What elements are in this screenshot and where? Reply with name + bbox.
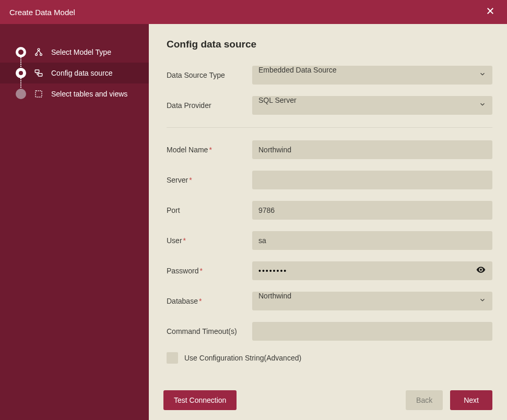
svg-rect-7 [35, 70, 39, 73]
titlebar: Create Data Model [0, 0, 507, 24]
step-bullet [16, 89, 26, 99]
select-data-provider[interactable]: SQL Server [252, 96, 492, 115]
footer: Test Connection Back Next [149, 379, 507, 420]
row-command-timeout: Command Timeout(s) [167, 322, 492, 341]
label-data-source-type: Data Source Type [167, 71, 252, 79]
svg-point-3 [36, 54, 38, 56]
svg-line-6 [39, 51, 41, 54]
svg-point-4 [40, 54, 42, 56]
label-data-provider: Data Provider [167, 101, 252, 110]
test-connection-button[interactable]: Test Connection [163, 390, 237, 410]
step-bullet [16, 68, 26, 78]
label-password: Password* [167, 267, 252, 275]
model-type-icon [33, 47, 44, 57]
label-database: Database* [167, 297, 252, 305]
form-scroll: Config data source Data Source Type Embe… [149, 24, 507, 379]
row-port: Port [167, 201, 492, 220]
step-select-model-type[interactable]: Select Model Type [0, 42, 149, 63]
input-user[interactable] [252, 231, 492, 250]
row-password: Password* [167, 261, 492, 280]
row-model-name: Model Name* [167, 140, 492, 159]
label-user: User* [167, 236, 252, 245]
step-config-data-source[interactable]: Config data source [0, 63, 149, 83]
data-source-icon [33, 68, 44, 78]
toggle-password-visibility[interactable] [474, 263, 488, 278]
input-model-name[interactable] [252, 140, 492, 159]
tables-views-icon [33, 89, 44, 99]
row-server: Server* [167, 171, 492, 189]
step-label: Config data source [51, 69, 140, 77]
step-select-tables-views[interactable]: Select tables and views [0, 83, 149, 104]
select-data-source-type[interactable]: Embedded Data Source [252, 66, 492, 85]
row-user: User* [167, 231, 492, 250]
row-use-config-string: Use Configuration String(Advanced) [167, 352, 492, 364]
svg-rect-8 [38, 74, 42, 76]
label-use-config-string: Use Configuration String(Advanced) [184, 354, 301, 362]
page-title: Config data source [167, 39, 492, 50]
titlebar-title: Create Data Model [9, 8, 75, 17]
svg-rect-11 [36, 91, 42, 97]
back-button[interactable]: Back [406, 390, 443, 410]
next-button[interactable]: Next [450, 390, 492, 410]
step-bullet [16, 47, 26, 57]
step-label: Select Model Type [51, 48, 140, 56]
input-server[interactable] [252, 171, 492, 189]
step-label: Select tables and views [51, 90, 140, 98]
create-data-model-modal: Create Data Model Select Model Type [0, 0, 507, 420]
wizard-steps-sidebar: Select Model Type Config data source Sel… [0, 24, 149, 420]
modal-body: Select Model Type Config data source Sel… [0, 24, 507, 420]
row-database: Database* Northwind [167, 292, 492, 310]
label-model-name: Model Name* [167, 146, 252, 154]
svg-point-2 [38, 49, 40, 51]
select-database[interactable]: Northwind [252, 292, 492, 310]
checkbox-use-config-string[interactable] [167, 352, 178, 364]
svg-line-5 [37, 51, 39, 54]
label-port: Port [167, 206, 252, 214]
input-password[interactable] [258, 267, 474, 275]
input-command-timeout[interactable] [252, 322, 492, 341]
row-data-source-type: Data Source Type Embedded Data Source [167, 66, 492, 85]
eye-icon [476, 265, 486, 277]
label-server: Server* [167, 176, 252, 184]
main-panel: Config data source Data Source Type Embe… [149, 24, 507, 420]
row-data-provider: Data Provider SQL Server [167, 96, 492, 128]
input-port[interactable] [252, 201, 492, 220]
close-button[interactable] [483, 5, 498, 19]
label-command-timeout: Command Timeout(s) [167, 327, 252, 335]
close-icon [486, 6, 495, 18]
